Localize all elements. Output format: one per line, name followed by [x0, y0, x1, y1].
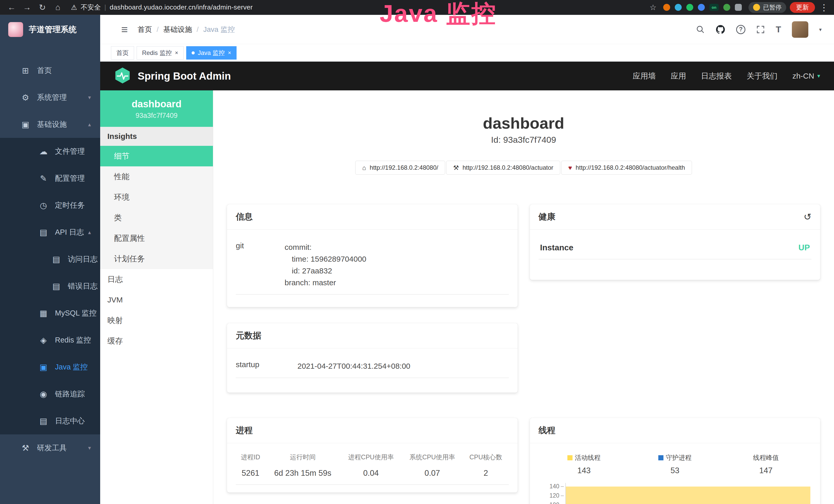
health-url-label: http://192.168.0.2:48080/actuator/health [576, 164, 685, 171]
security-warning-icon[interactable]: ⚠ [71, 3, 77, 12]
extension-icon-blue-drop[interactable] [675, 4, 682, 11]
sidebar-item-label: Redis 监控 [55, 335, 91, 345]
stack-icon: ◈ [38, 335, 49, 345]
process-card: 进程 进程ID 运行时间 进程 [227, 418, 518, 492]
sidebar-item-trace[interactable]: ◉ 链路追踪 [0, 381, 100, 408]
font-size-icon[interactable]: T [776, 24, 781, 35]
heart-icon: ♥ [568, 164, 572, 171]
breadcrumb-home[interactable]: 首页 [138, 25, 152, 35]
search-icon[interactable] [696, 25, 705, 34]
sba-menu-jvm[interactable]: JVM [100, 290, 213, 310]
health-instance-row[interactable]: Instance UP [539, 235, 812, 259]
threads-card-title: 线程 [539, 425, 555, 436]
extension-icon-blue-grid[interactable] [698, 4, 705, 11]
threads-legend: 活动线程 143 守护进程 [539, 450, 812, 475]
close-icon[interactable]: × [228, 49, 231, 56]
url-text[interactable]: dashboard.yudao.iocoder.cn/infra/admin-s… [110, 3, 253, 11]
tick-mark [561, 486, 564, 487]
main-sidebar: 芋道管理系统 ⊞ 首页 ⚙ 系统管理 ▾ ▣ 基础设施 ▴ [0, 15, 100, 504]
user-avatar[interactable] [792, 21, 808, 38]
tab-redis-monitor[interactable]: Redis 监控 × [137, 46, 184, 60]
browser-back-icon[interactable]: ← [6, 3, 18, 12]
legend-live-value: 143 [539, 462, 630, 475]
app-window: 芋道管理系统 ⊞ 首页 ⚙ 系统管理 ▾ ▣ 基础设施 ▴ [0, 15, 834, 504]
sidebar-item-infra[interactable]: ▣ 基础设施 ▴ [0, 111, 100, 138]
sidebar-item-label: 研发工具 [37, 443, 67, 453]
sba-menu-mappings[interactable]: 映射 [100, 310, 213, 331]
sba-language-select[interactable]: zh-CN ▾ [792, 72, 820, 81]
extension-icon-green-circle[interactable] [686, 4, 693, 11]
sidebar-item-java-monitor[interactable]: ▣ Java 监控 [0, 353, 100, 381]
sidebar-item-mysql-monitor[interactable]: ▦ MySQL 监控 [0, 300, 100, 327]
sba-menu-details[interactable]: 细节 [100, 146, 213, 166]
toolbox-icon: ⚒ [20, 443, 31, 453]
sidebar-item-config-manage[interactable]: ✎ 配置管理 [0, 165, 100, 192]
sba-nav-applications[interactable]: 应用 [671, 71, 686, 82]
sidebar-item-scheduled-jobs[interactable]: ◷ 定时任务 [0, 192, 100, 219]
health-url-button[interactable]: ♥ http://192.168.0.2:48080/actuator/heal… [561, 161, 692, 175]
address-bar[interactable]: ⚠ 不安全 | dashboard.yudao.iocoder.cn/infra… [71, 3, 253, 12]
sba-menu-caches[interactable]: 缓存 [100, 331, 213, 351]
sba-menu-metrics[interactable]: 性能 [100, 166, 213, 187]
breadcrumb-infra[interactable]: 基础设施 [163, 25, 192, 35]
github-icon[interactable] [716, 25, 725, 35]
extension-icon-on-badge[interactable]: on [709, 4, 719, 11]
browser-menu-kebab-icon[interactable]: ⋮ [820, 2, 828, 13]
sba-instance-badge[interactable]: dashboard 93a3fc7f7409 [100, 90, 213, 127]
tab-java-monitor[interactable]: Java 监控 × [186, 46, 237, 60]
sidebar-collapse-icon[interactable]: ≡ [121, 23, 128, 36]
sba-menu-logfile[interactable]: 日志 [100, 269, 213, 290]
history-icon[interactable]: ↺ [804, 211, 811, 222]
threads-card-header: 线程 [530, 418, 820, 443]
actuator-url-button[interactable]: ⚒ http://192.168.0.2:48080/actuator [446, 161, 560, 175]
extension-icon-leaf[interactable] [723, 4, 730, 11]
close-icon[interactable]: × [175, 49, 178, 56]
sba-menu-configprops[interactable]: 配置属性 [100, 228, 213, 249]
sba-nav-wallboard[interactable]: 应用墙 [633, 71, 656, 82]
sidebar-item-system[interactable]: ⚙ 系统管理 ▾ [0, 84, 100, 111]
fullscreen-icon[interactable] [756, 25, 765, 34]
sidebar-item-home[interactable]: ⊞ 首页 [0, 57, 100, 84]
sba-menu-scheduled-tasks[interactable]: 计划任务 [100, 249, 213, 269]
metadata-card: 元数据 startup 2021-04-27T00:44:31.254+08:0… [227, 323, 518, 393]
avatar-caret-icon[interactable]: ▾ [819, 26, 822, 32]
sba-nav-journal[interactable]: 日志报表 [701, 71, 732, 82]
health-card-body: Instance UP [530, 230, 820, 267]
document-icon: ▤ [38, 228, 49, 237]
info-card-title: 信息 [236, 211, 253, 223]
col-cpu-cores: CPU核心数 [463, 449, 509, 465]
browser-home-icon[interactable]: ⌂ [52, 3, 64, 12]
chrome-update-button[interactable]: 更新 [790, 2, 815, 13]
bookmark-star-icon[interactable]: ☆ [650, 3, 657, 12]
extension-icon-orange[interactable] [663, 4, 670, 11]
metadata-value: 2021-04-27T00:44:31.254+08:00 [298, 360, 411, 372]
sidebar-item-error-log[interactable]: ▤ 错误日志 [0, 273, 100, 300]
sidebar-item-log-center[interactable]: ▤ 日志中心 [0, 408, 100, 434]
sba-nav-about[interactable]: 关于我们 [747, 71, 777, 82]
paused-chip[interactable]: 已暂停 [748, 2, 786, 13]
sba-menu-classes[interactable]: 类 [100, 207, 213, 228]
git-id-line: id: 27aa832 [285, 267, 332, 275]
threads-chart-y-axis: 140 120 [539, 483, 565, 504]
address-separator: | [104, 3, 106, 11]
sba-menu-environment[interactable]: 环境 [100, 187, 213, 207]
legend-daemon-threads: 守护进程 53 [630, 450, 721, 475]
sba-main: dashboard Id: 93a3fc7f7409 ⌂ http://192.… [213, 90, 834, 504]
browser-forward-icon[interactable]: → [21, 3, 33, 12]
sidebar-item-access-log[interactable]: ▤ 访问日志 [0, 246, 100, 273]
extension-icon-puzzle[interactable] [735, 4, 742, 11]
info-card: 信息 git commit: time: 1596289704000 [227, 204, 518, 307]
help-icon[interactable]: ? [736, 25, 745, 34]
page-title: dashboard [227, 114, 820, 132]
wrench-icon: ⚒ [453, 164, 459, 171]
base-url-button[interactable]: ⌂ http://192.168.0.2:48080/ [355, 161, 445, 175]
sidebar-item-label: Java 监控 [55, 362, 88, 372]
sidebar-item-redis-monitor[interactable]: ◈ Redis 监控 [0, 327, 100, 353]
sidebar-item-dev-tools[interactable]: ⚒ 研发工具 ▾ [0, 434, 100, 461]
sidebar-item-file-manage[interactable]: ☁ 文件管理 [0, 138, 100, 165]
home-icon: ⊞ [20, 66, 31, 75]
sidebar-item-api-log[interactable]: ▤ API 日志 ▴ [0, 219, 100, 246]
browser-reload-icon[interactable]: ↻ [37, 3, 48, 12]
tab-home[interactable]: 首页 [111, 46, 134, 60]
sba-body: dashboard 93a3fc7f7409 Insights 细节 性能 环境… [100, 90, 834, 504]
